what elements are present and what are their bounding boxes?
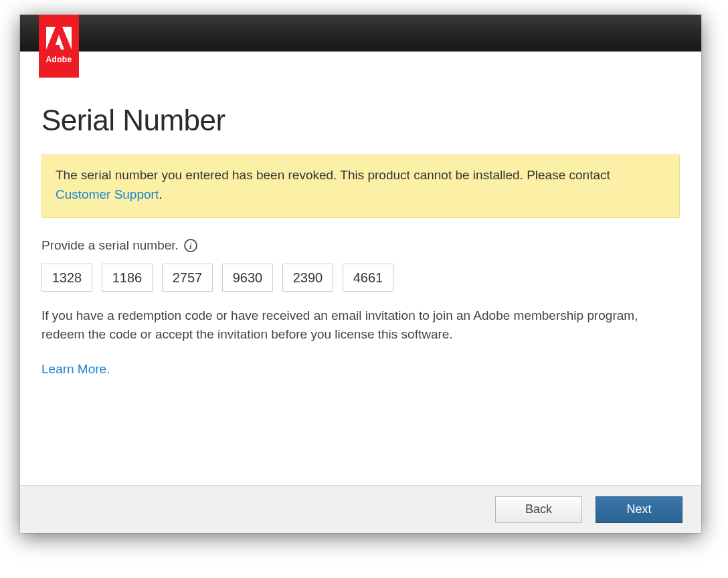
next-button[interactable]: Next — [596, 496, 682, 523]
info-icon[interactable]: i — [184, 239, 197, 252]
alert-text-before: The serial number you entered has been r… — [56, 168, 610, 182]
customer-support-link[interactable]: Customer Support — [56, 187, 159, 201]
serial-prompt-row: Provide a serial number. i — [41, 238, 680, 253]
serial-input-row — [41, 264, 680, 292]
content-area: Serial Number The serial number you ente… — [20, 52, 701, 485]
adobe-a-icon — [46, 27, 72, 50]
installer-window: Adobe Serial Number The serial number yo… — [20, 15, 701, 533]
learn-more-link[interactable]: Learn More. — [41, 362, 680, 377]
titlebar: Adobe — [20, 15, 701, 52]
serial-field-1[interactable] — [41, 264, 92, 292]
back-button[interactable]: Back — [495, 496, 582, 523]
redemption-help-text: If you have a redemption code or have re… — [41, 306, 677, 343]
serial-field-3[interactable] — [162, 264, 213, 292]
alert-text-after: . — [159, 187, 162, 201]
footer: Back Next — [20, 485, 701, 533]
serial-field-4[interactable] — [222, 264, 273, 292]
serial-prompt-label: Provide a serial number. — [41, 238, 179, 253]
serial-field-6[interactable] — [343, 264, 393, 292]
serial-field-2[interactable] — [102, 264, 153, 292]
revoked-alert: The serial number you entered has been r… — [41, 155, 680, 218]
serial-field-5[interactable] — [282, 264, 333, 292]
page-title: Serial Number — [41, 104, 680, 137]
